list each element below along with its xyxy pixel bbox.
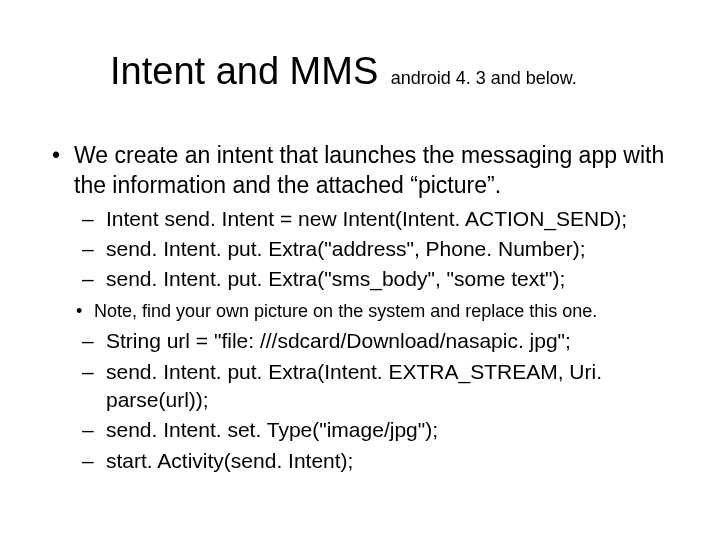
b2-item: send. Intent. put. Extra("address", Phon…: [106, 235, 680, 263]
bullet-list-1: We create an intent that launches the me…: [40, 141, 680, 475]
b2-item: String url = "file: ///sdcard/Download/n…: [106, 327, 680, 355]
b2-text: start. Activity(send. Intent);: [106, 449, 353, 472]
title-sub: android 4. 3 and below.: [391, 68, 577, 88]
b1-item: We create an intent that launches the me…: [74, 141, 680, 475]
b2-item: send. Intent. put. Extra(Intent. EXTRA_S…: [106, 358, 680, 415]
b3-text: Note, find your own picture on the syste…: [94, 301, 597, 321]
b2-text: send. Intent. put. Extra("sms_body", "so…: [106, 267, 565, 290]
b2-text: send. Intent. set. Type("image/jpg");: [106, 418, 438, 441]
title-main: Intent and MMS: [110, 50, 378, 92]
bullet-list-2b: String url = "file: ///sdcard/Download/n…: [74, 327, 680, 475]
b2-text: send. Intent. put. Extra("address", Phon…: [106, 237, 585, 260]
b2-text: Intent send. Intent = new Intent(Intent.…: [106, 207, 627, 230]
b2-text: send. Intent. put. Extra(Intent. EXTRA_S…: [106, 360, 602, 411]
b1-text: We create an intent that launches the me…: [74, 142, 664, 198]
b3-item: Note, find your own picture on the syste…: [94, 300, 680, 323]
b2-item: send. Intent. put. Extra("sms_body", "so…: [106, 265, 680, 293]
b2-item: Intent send. Intent = new Intent(Intent.…: [106, 205, 680, 233]
slide-title: Intent and MMS android 4. 3 and below.: [110, 50, 680, 93]
bullet-list-3: Note, find your own picture on the syste…: [74, 300, 680, 323]
b2-item: start. Activity(send. Intent);: [106, 447, 680, 475]
bullet-list-2a: Intent send. Intent = new Intent(Intent.…: [74, 205, 680, 294]
b2-text: String url = "file: ///sdcard/Download/n…: [106, 329, 571, 352]
b2-item: send. Intent. set. Type("image/jpg");: [106, 416, 680, 444]
